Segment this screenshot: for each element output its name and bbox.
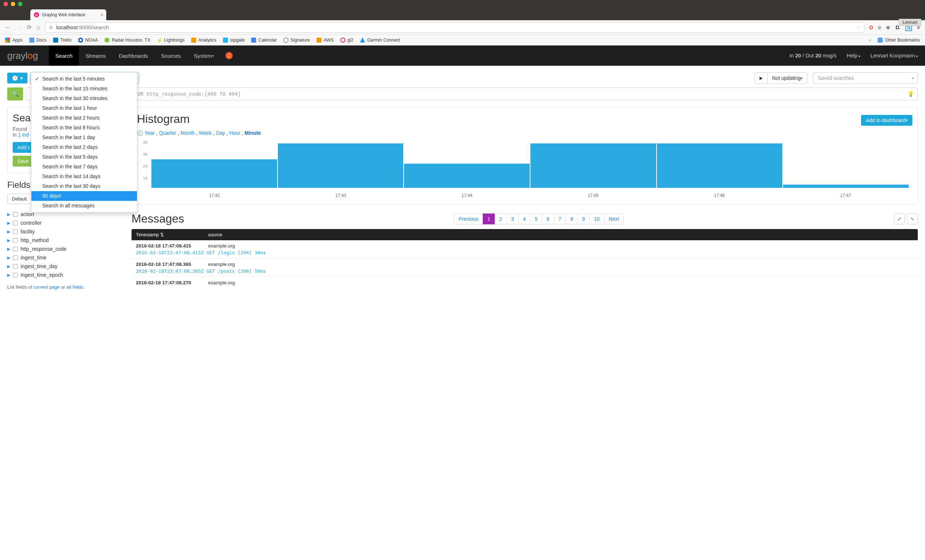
query-input[interactable]: ress enter. ("not found" AND http) OR ht… <box>26 87 918 101</box>
interval-month[interactable]: Month <box>181 130 195 136</box>
field-checkbox[interactable] <box>13 256 18 260</box>
message-row[interactable]: 2016-02-18 17:47:08.365example.org 2016-… <box>131 259 918 277</box>
timerange-option[interactable]: Search in the last 30 minutes <box>32 93 137 103</box>
minimize-window-icon[interactable] <box>11 2 15 6</box>
cast-icon[interactable]: ⎚ <box>878 24 881 30</box>
nav-sources[interactable]: Sources <box>155 45 188 66</box>
page-4[interactable]: 4 <box>518 214 530 224</box>
field-checkbox[interactable] <box>13 273 18 277</box>
sipgate-bookmark[interactable]: sipgate <box>223 38 245 43</box>
timerange-option[interactable]: Search in the last 1 hour <box>32 103 137 113</box>
page-next[interactable]: Next <box>604 214 624 224</box>
reload-icon[interactable]: ⟳ <box>27 24 32 31</box>
update-interval[interactable]: ▶ Not updating <box>755 72 807 84</box>
field-checkbox[interactable] <box>13 247 18 251</box>
play-icon[interactable]: ▶ <box>755 72 767 84</box>
saved-searches-select[interactable]: Saved searches <box>813 72 918 84</box>
page-2[interactable]: 2 <box>495 214 507 224</box>
field-item[interactable]: ▶facility <box>7 227 123 236</box>
histogram-chart[interactable]: 4K 3K 2K 1K 17:4217:4317:4417:4517:4617:… <box>137 140 912 198</box>
timerange-option[interactable]: Search in the last 8 hours <box>32 123 137 132</box>
timerange-option[interactable]: Search in the last 5 minutes <box>32 74 137 84</box>
page-1[interactable]: 1 <box>483 214 495 224</box>
gl2-bookmark[interactable]: gl2 <box>340 38 354 43</box>
collapse-icon[interactable]: ⤡ <box>907 214 918 224</box>
signature-bookmark[interactable]: Signature <box>283 38 310 43</box>
trello-bookmark[interactable]: Trello <box>53 38 72 43</box>
field-checkbox[interactable] <box>13 264 18 269</box>
expand-icon[interactable]: ⤢ <box>894 214 905 224</box>
chart-bar[interactable] <box>783 185 909 188</box>
timerange-option[interactable]: Search in the last 2 hours <box>32 113 137 123</box>
home-icon[interactable]: ⌂ <box>36 24 40 31</box>
message-row[interactable]: 2016-02-18 17:47:08.415example.org 2016-… <box>131 240 918 259</box>
timerange-option[interactable]: Search in the last 5 days <box>32 152 137 162</box>
nav-search[interactable]: Search <box>49 45 79 66</box>
field-checkbox[interactable] <box>13 212 18 217</box>
chart-bar[interactable] <box>404 164 530 188</box>
user-menu[interactable]: Lennart Koopmann <box>871 53 918 59</box>
field-checkbox[interactable] <box>13 238 18 243</box>
fields-default[interactable]: Default <box>7 194 32 204</box>
page-prev[interactable]: Previous <box>454 214 483 224</box>
chart-bar[interactable] <box>278 143 404 188</box>
interval-year[interactable]: Year <box>145 130 155 136</box>
interval-week[interactable]: Week <box>199 130 212 136</box>
chart-bar[interactable] <box>657 143 783 188</box>
timerange-option[interactable]: Search in the last 15 minutes <box>32 84 137 93</box>
field-item[interactable]: ▶http_response_code <box>7 245 123 253</box>
garmin-bookmark[interactable]: Garmin Connect <box>360 38 400 43</box>
help-menu[interactable]: Help <box>847 53 860 59</box>
aws-bookmark[interactable]: AWS <box>316 38 334 43</box>
opera-icon[interactable]: O <box>869 24 873 30</box>
search-button[interactable]: 🔍 <box>7 87 23 101</box>
field-item[interactable]: ▶controller <box>7 218 123 227</box>
lightnings-bookmark[interactable]: ⚡Lightnings <box>157 38 185 43</box>
field-item[interactable]: ▶ingest_time_day <box>7 262 123 271</box>
field-item[interactable]: ▶ingest_time <box>7 253 123 262</box>
index-link[interactable]: 1 ind <box>18 132 29 138</box>
notification-badge[interactable]: 2 <box>226 52 233 59</box>
tab-close-icon[interactable]: × <box>101 12 103 18</box>
star-icon[interactable]: ☆ <box>856 24 861 30</box>
maximize-window-icon[interactable] <box>18 2 23 6</box>
page-6[interactable]: 6 <box>542 214 554 224</box>
timerange-option[interactable]: Search in the last 14 days <box>32 172 137 181</box>
message-row[interactable]: 2016-02-18 17:47:08.270example.org <box>131 277 918 288</box>
bookmarks-overflow-icon[interactable]: » <box>869 38 871 43</box>
field-checkbox[interactable] <box>13 229 18 234</box>
timerange-option[interactable]: Search in all messages <box>32 201 137 211</box>
close-window-icon[interactable] <box>4 2 8 6</box>
other-bookmarks[interactable]: Other Bookmarks <box>878 38 920 43</box>
page-10[interactable]: 10 <box>589 214 604 224</box>
chart-bar[interactable] <box>530 143 656 188</box>
analytics-bookmark[interactable]: Analytics <box>191 38 217 43</box>
field-item[interactable]: ▶ingest_time_epoch <box>7 271 123 279</box>
nav-dashboards[interactable]: Dashboards <box>112 45 155 66</box>
save-search-button[interactable]: Save <box>13 156 34 167</box>
interval-quarter[interactable]: Quarter <box>159 130 176 136</box>
current-page-link[interactable]: current page <box>33 285 60 290</box>
page-5[interactable]: 5 <box>530 214 542 224</box>
lightbulb-icon[interactable]: 💡 <box>908 91 914 97</box>
interval-day[interactable]: Day <box>216 130 225 136</box>
apps-bookmark[interactable]: Apps <box>5 38 23 43</box>
nav-streams[interactable]: Streams <box>79 45 112 66</box>
nav-system[interactable]: System <box>188 45 220 66</box>
page-9[interactable]: 9 <box>577 214 590 224</box>
crop-icon[interactable]: ⊕ <box>886 24 890 30</box>
page-3[interactable]: 3 <box>506 214 518 224</box>
address-bar[interactable]: 🗎 localhost:9000/search ☆ <box>45 23 864 33</box>
time-type-button[interactable]: 🕒 ▾ <box>7 72 27 83</box>
update-label[interactable]: Not updating <box>767 72 807 84</box>
timerange-option[interactable]: Search in the last 2 days <box>32 142 137 152</box>
interval-hour[interactable]: Hour <box>229 130 240 136</box>
timerange-option[interactable]: Search in the last 7 days <box>32 162 137 172</box>
noaa-bookmark[interactable]: NOAA <box>78 38 98 43</box>
back-icon[interactable]: ← <box>5 24 11 31</box>
chart-bar[interactable] <box>151 159 277 188</box>
all-fields-link[interactable]: all fields <box>66 285 83 290</box>
interval-minute[interactable]: Minute <box>245 130 261 136</box>
timerange-option[interactable]: Search in the last 1 day <box>32 132 137 142</box>
timerange-option[interactable]: 90 days! <box>32 191 137 201</box>
